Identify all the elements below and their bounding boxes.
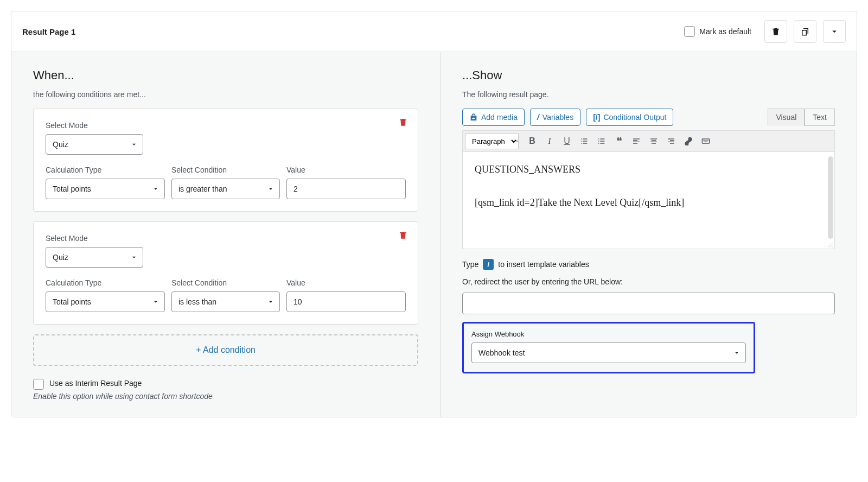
condition-select[interactable]: is greater than (171, 179, 280, 199)
mode-label: Select Mode (46, 121, 406, 130)
interim-checkbox[interactable] (33, 379, 44, 390)
trash-icon (398, 230, 408, 240)
duplicate-button[interactable] (794, 20, 816, 43)
align-right-button[interactable] (663, 133, 679, 149)
bold-button[interactable]: B (524, 133, 540, 149)
ordered-list-icon (597, 137, 606, 145)
quote-button[interactable]: ❝ (611, 133, 627, 149)
calc-type-select[interactable]: Total points (46, 179, 165, 199)
svg-rect-0 (702, 139, 709, 143)
numbered-list-button[interactable] (593, 133, 610, 149)
redirect-url-input[interactable] (462, 293, 835, 314)
align-center-button[interactable] (646, 133, 662, 149)
panel-body: When... the following conditions are met… (11, 52, 857, 417)
editor-top-row: Add media / Variables [/] Conditional Ou… (462, 109, 835, 126)
show-column: ...Show The following result page. Add m… (441, 52, 857, 417)
delete-button[interactable] (764, 20, 787, 43)
add-condition-button[interactable]: + Add condition (33, 334, 418, 366)
interim-label: Use as Interim Result Page (49, 379, 142, 388)
delete-condition-button[interactable] (398, 230, 408, 243)
mode-label: Select Mode (46, 234, 406, 243)
calc-type-select[interactable]: Total points (46, 291, 165, 312)
calc-type-label: Calculation Type (46, 278, 165, 287)
bracket-icon: [/] (593, 113, 600, 122)
conditional-output-button[interactable]: [/] Conditional Output (586, 109, 673, 126)
calc-type-label: Calculation Type (46, 166, 165, 174)
value-input[interactable] (286, 291, 406, 312)
panel-header: Result Page 1 Mark as default (11, 11, 857, 52)
tab-visual[interactable]: Visual (768, 109, 805, 126)
editor-line: [qsm_link id=2]Take the Next Level Quiz[… (475, 197, 822, 208)
mode-select[interactable]: Quiz (46, 134, 143, 155)
resize-handle-icon[interactable] (827, 241, 833, 248)
trash-icon (771, 27, 781, 36)
value-input[interactable] (286, 179, 406, 199)
scrollbar[interactable] (828, 156, 833, 239)
condition-card: Select Mode Quiz Calculation Type Total … (33, 109, 418, 212)
toolbar-toggle-button[interactable] (698, 133, 714, 149)
align-center-icon (649, 137, 658, 145)
webhook-label: Assign Webhook (471, 330, 746, 338)
template-hint: Type / to insert template variables (462, 259, 835, 270)
slash-icon: / (537, 113, 539, 122)
trash-icon (398, 117, 408, 128)
list-icon (580, 137, 589, 145)
mark-default-wrap[interactable]: Mark as default (684, 26, 751, 37)
delete-condition-button[interactable] (398, 117, 408, 130)
webhook-section: Assign Webhook Webhook test (462, 322, 755, 373)
value-label: Value (286, 166, 406, 174)
media-icon (469, 113, 478, 122)
mark-default-checkbox[interactable] (684, 26, 695, 37)
add-media-button[interactable]: Add media (462, 109, 525, 126)
page-title: Result Page 1 (22, 27, 75, 36)
keyboard-icon (701, 137, 710, 145)
condition-label: Select Condition (171, 166, 280, 174)
chevron-down-icon (829, 27, 839, 36)
redirect-label: Or, redirect the user by entering the UR… (462, 277, 835, 286)
link-icon (684, 137, 693, 145)
bullet-list-button[interactable] (576, 133, 592, 149)
link-button[interactable] (680, 133, 697, 149)
italic-button[interactable]: I (541, 133, 558, 149)
value-label: Value (286, 278, 406, 287)
format-select[interactable]: Paragraph (465, 133, 519, 149)
editor-content[interactable]: QUESTIONS_ANSWERS [qsm_link id=2]Take th… (462, 151, 835, 249)
copy-icon (800, 27, 810, 36)
slash-badge: / (483, 259, 494, 270)
show-subtitle: The following result page. (462, 90, 835, 99)
mode-select[interactable]: Quiz (46, 247, 143, 268)
condition-label: Select Condition (171, 278, 280, 287)
align-left-icon (632, 137, 641, 145)
condition-card: Select Mode Quiz Calculation Type Total … (33, 221, 418, 325)
condition-select[interactable]: is less than (171, 291, 280, 312)
tab-text[interactable]: Text (805, 109, 835, 126)
editor-tabs: Visual Text (768, 109, 835, 126)
when-title: When... (33, 68, 418, 83)
editor-line: QUESTIONS_ANSWERS (475, 164, 822, 175)
editor-toolbar: Paragraph B I U ❝ (462, 130, 835, 151)
when-subtitle: the following conditions are met... (33, 90, 418, 99)
align-right-icon (667, 137, 675, 145)
when-column: When... the following conditions are met… (11, 52, 441, 417)
show-title: ...Show (462, 68, 835, 83)
result-page-panel: Result Page 1 Mark as default When... th… (11, 11, 857, 417)
underline-button[interactable]: U (559, 133, 575, 149)
variables-button[interactable]: / Variables (530, 109, 580, 126)
align-left-button[interactable] (628, 133, 644, 149)
interim-help-text: Enable this option while using contact f… (33, 392, 418, 401)
mark-default-label: Mark as default (699, 27, 751, 36)
webhook-select[interactable]: Webhook test (471, 343, 746, 363)
header-actions: Mark as default (684, 20, 846, 43)
collapse-button[interactable] (823, 20, 846, 43)
